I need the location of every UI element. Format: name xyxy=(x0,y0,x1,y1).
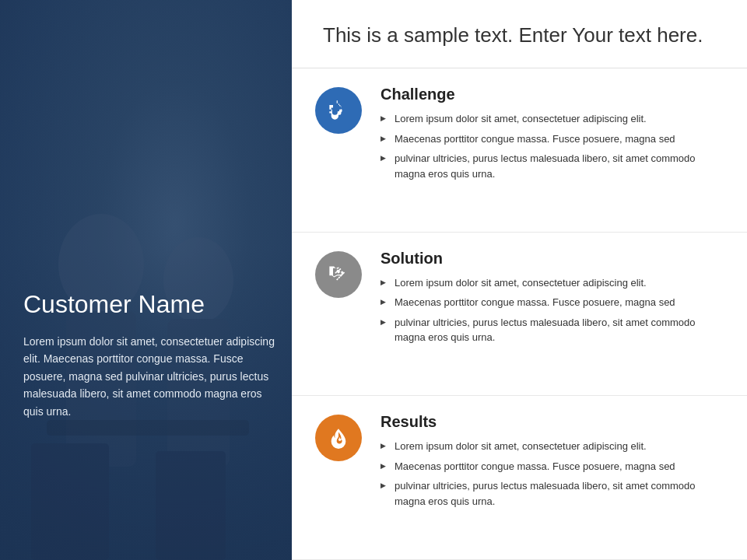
svg-rect-4 xyxy=(31,443,109,560)
results-section: Results Lorem ipsum dolor sit amet, cons… xyxy=(292,396,747,560)
challenge-bullet-3: pulvinar ultricies, purus lectus malesua… xyxy=(381,151,724,181)
solution-section: Solution Lorem ipsum dolor sit amet, con… xyxy=(292,233,747,397)
customer-name: Customer Name xyxy=(23,289,276,319)
solution-bullet-1: Lorem ipsum dolor sit amet, consectetuer… xyxy=(381,275,724,291)
challenge-icon-wrapper xyxy=(315,87,362,134)
challenge-title: Challenge xyxy=(381,86,724,103)
header-section: This is a sample text. Enter Your text h… xyxy=(292,0,747,68)
fire-icon xyxy=(328,427,349,449)
results-title: Results xyxy=(381,413,724,431)
results-bullet-1: Lorem ipsum dolor sit amet, consectetuer… xyxy=(381,439,724,454)
challenge-bullets: Lorem ipsum dolor sit amet, consectetuer… xyxy=(381,111,724,181)
solution-bullets: Lorem ipsum dolor sit amet, consectetuer… xyxy=(381,275,724,345)
results-content: Results Lorem ipsum dolor sit amet, cons… xyxy=(381,413,724,513)
results-bullets: Lorem ipsum dolor sit amet, consectetuer… xyxy=(381,439,724,509)
solution-content: Solution Lorem ipsum dolor sit amet, con… xyxy=(381,250,724,350)
svg-rect-5 xyxy=(156,451,226,560)
results-bullet-3: pulvinar ultricies, purus lectus malesua… xyxy=(381,478,724,509)
left-content: Customer Name Lorem ipsum dolor sit amet… xyxy=(23,289,276,420)
solution-bullet-2: Maecenas porttitor congue massa. Fusce p… xyxy=(381,295,724,310)
solution-bullet-3: pulvinar ultricies, purus lectus malesua… xyxy=(381,315,724,345)
sections-container: Challenge Lorem ipsum dolor sit amet, co… xyxy=(292,68,747,560)
solution-icon-wrapper xyxy=(315,251,362,298)
challenge-section: Challenge Lorem ipsum dolor sit amet, co… xyxy=(292,68,747,233)
challenge-bullet-1: Lorem ipsum dolor sit amet, consectetuer… xyxy=(381,111,724,127)
right-panel: This is a sample text. Enter Your text h… xyxy=(292,0,747,560)
solution-title: Solution xyxy=(381,250,724,268)
results-bullet-2: Maecenas porttitor congue massa. Fusce p… xyxy=(381,459,724,474)
challenge-content: Challenge Lorem ipsum dolor sit amet, co… xyxy=(381,86,724,186)
fist-icon xyxy=(328,100,349,121)
header-text: This is a sample text. Enter Your text h… xyxy=(323,22,716,49)
left-panel: Customer Name Lorem ipsum dolor sit amet… xyxy=(0,0,292,560)
results-icon-wrapper xyxy=(315,415,362,461)
handshake-icon xyxy=(328,264,349,285)
challenge-bullet-2: Maecenas porttitor congue massa. Fusce p… xyxy=(381,131,724,147)
svg-rect-6 xyxy=(47,420,249,436)
left-description: Lorem ipsum dolor sit amet, consectetuer… xyxy=(23,333,276,420)
